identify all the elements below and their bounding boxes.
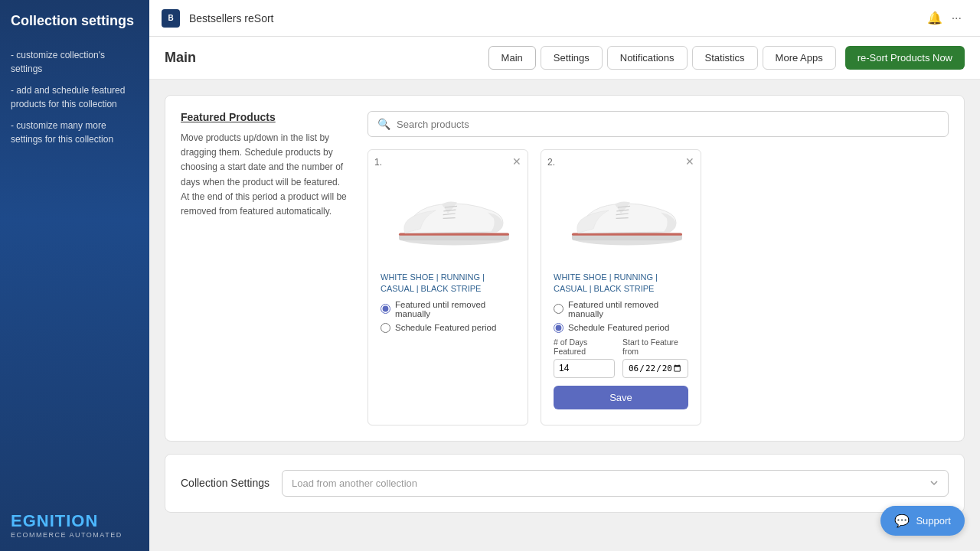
schedule-fields: # of Days Featured Start to Feature from — [547, 337, 694, 378]
logo-gnition: GNITION — [23, 511, 99, 530]
collection-settings-row: Collection Settings Load from another co… — [181, 470, 949, 497]
product-2-option-schedule[interactable]: Schedule Featured period — [554, 323, 688, 333]
date-input[interactable] — [622, 359, 688, 378]
product-1-option-manual[interactable]: Featured until removed manually — [381, 300, 515, 318]
collection-settings-label: Collection Settings — [181, 477, 270, 489]
nav-tabs: Main Settings Notifications Statistics M… — [488, 46, 965, 70]
topbar: B Bestsellers reSort 🔔 ··· — [149, 0, 980, 37]
product-1-name: WHITE SHOE | RUNNING | CASUAL | BLACK ST… — [381, 272, 515, 295]
product-1-radio-manual[interactable] — [381, 304, 390, 314]
featured-section: Featured Products Move products up/down … — [181, 111, 949, 425]
svg-line-13 — [616, 218, 629, 219]
main-content: B Bestsellers reSort 🔔 ··· Main Main Set… — [149, 0, 980, 551]
products-row: 1. ✕ — [368, 149, 949, 425]
page-header: Main Main Settings Notifications Statist… — [149, 37, 980, 80]
product-1-number: 1. — [374, 157, 382, 168]
collection-settings-card: Collection Settings Load from another co… — [165, 454, 965, 513]
featured-section-card: Featured Products Move products up/down … — [165, 95, 965, 442]
app-icon: B — [162, 9, 180, 28]
search-bar[interactable]: 🔍 — [368, 111, 949, 137]
tab-more-apps[interactable]: More Apps — [763, 46, 836, 70]
sidebar-item-1[interactable]: - customize collection's settings — [11, 48, 139, 76]
bell-icon[interactable]: 🔔 — [927, 11, 942, 25]
schedule-inputs — [554, 359, 688, 378]
sidebar-item-3[interactable]: - customize many more settings for this … — [11, 119, 139, 146]
search-icon: 🔍 — [377, 118, 390, 130]
product-2-image — [547, 174, 694, 266]
product-card-1-inner: 1. ✕ — [368, 150, 528, 344]
product-2-close-icon[interactable]: ✕ — [685, 156, 694, 167]
product-1-option-schedule[interactable]: Schedule Featured period — [381, 323, 515, 333]
sort-button[interactable]: re-Sort Products Now — [845, 46, 965, 70]
days-label: # of Days Featured — [554, 337, 615, 356]
product-1-radio-schedule[interactable] — [381, 323, 390, 333]
logo-e: E — [11, 511, 23, 530]
topbar-icons: 🔔 ··· — [927, 11, 962, 25]
product-2-option-manual[interactable]: Featured until removed manually — [554, 300, 688, 318]
scroll-area: Featured Products Move products up/down … — [149, 80, 980, 551]
featured-info: Featured Products Move products up/down … — [181, 111, 349, 425]
featured-description: Move products up/down in the list by dra… — [181, 131, 349, 219]
app-name: Bestsellers reSort — [189, 12, 921, 24]
product-2-radio-schedule[interactable] — [554, 323, 564, 333]
support-label: Support — [916, 515, 951, 527]
product-card-2-inner: 2. ✕ — [541, 150, 701, 416]
tab-settings[interactable]: Settings — [541, 46, 603, 70]
product-card-2: 2. ✕ — [541, 149, 701, 425]
search-input[interactable] — [397, 119, 939, 130]
product-1-image — [374, 174, 521, 266]
product-2-radio-manual[interactable] — [554, 304, 564, 314]
chat-icon: 💬 — [894, 514, 910, 528]
support-button[interactable]: 💬 Support — [880, 506, 965, 536]
more-icon[interactable]: ··· — [952, 11, 962, 25]
sidebar-item-2[interactable]: - add and schedule featured products for… — [11, 83, 139, 111]
product-2-name: WHITE SHOE | RUNNING | CASUAL | BLACK ST… — [554, 272, 688, 295]
svg-line-6 — [443, 218, 456, 219]
sidebar-title: Collection settings — [11, 12, 139, 30]
logo-brand: EGNITION — [11, 511, 139, 531]
collection-select[interactable]: Load from another collection — [282, 470, 949, 497]
sidebar-logo: EGNITION ECOMMERCE AUTOMATED — [11, 499, 139, 539]
tab-statistics[interactable]: Statistics — [692, 46, 758, 70]
days-input[interactable] — [554, 359, 615, 378]
product-1-close-icon[interactable]: ✕ — [512, 156, 521, 167]
svg-rect-2 — [399, 233, 509, 236]
featured-heading: Featured Products — [181, 111, 349, 123]
tab-main[interactable]: Main — [488, 46, 536, 70]
tab-notifications[interactable]: Notifications — [607, 46, 688, 70]
shoe-2-svg — [560, 185, 682, 254]
start-label: Start to Feature from — [622, 337, 688, 356]
svg-rect-9 — [572, 233, 682, 236]
shoe-1-svg — [387, 185, 509, 254]
product-card-1: 1. ✕ — [368, 149, 528, 425]
featured-right: 🔍 1. ✕ — [368, 111, 949, 425]
save-button[interactable]: Save — [554, 386, 688, 409]
product-2-number: 2. — [547, 157, 555, 168]
page-title: Main — [165, 50, 488, 66]
sidebar: Collection settings - customize collecti… — [0, 0, 149, 551]
logo-sub: ECOMMERCE AUTOMATED — [11, 531, 139, 539]
product-2-options: Featured until removed manually Schedule… — [547, 300, 694, 333]
product-1-options: Featured until removed manually Schedule… — [374, 300, 521, 333]
schedule-labels: # of Days Featured Start to Feature from — [554, 337, 688, 356]
